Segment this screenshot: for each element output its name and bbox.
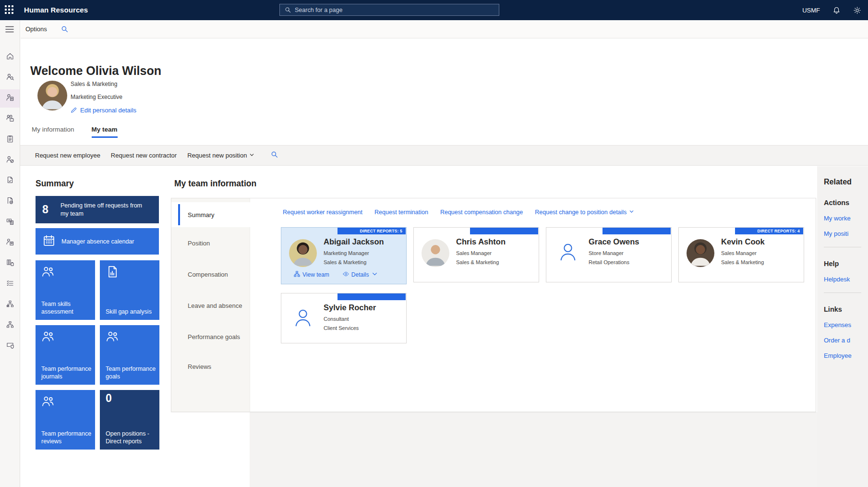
employee-card-abigail-jackson[interactable]: DIRECT REPORTS: 5Abigail JacksonMarketin… <box>281 227 407 284</box>
sidebar-item-team-briefcase[interactable] <box>0 110 20 128</box>
related-section-actions: Actions <box>824 199 868 207</box>
sidebar-item-compliance-shield[interactable] <box>0 337 20 355</box>
employee-card-sylvie-rocher[interactable]: Sylvie RocherConsultantClient Services <box>281 293 407 343</box>
page-search-placeholder: Search for a page <box>295 7 342 13</box>
pending-time-off-tile[interactable]: 8 Pending time off requests from my team <box>36 196 159 223</box>
calendar-icon <box>42 234 61 249</box>
user-avatar <box>37 81 67 110</box>
sidebar-item-training-courses[interactable] <box>0 255 20 273</box>
nav-rail <box>0 20 20 487</box>
sidebar-item-task-list[interactable] <box>0 275 20 293</box>
employee-card-grace-owens[interactable]: Grace OwensStore ManagerRetail Operation… <box>546 227 672 282</box>
page-background <box>250 412 868 487</box>
person-outline-icon <box>292 307 314 329</box>
team-tab-reviews[interactable]: Reviews <box>188 363 211 370</box>
action-request-compensation-change[interactable]: Request compensation change <box>440 209 523 216</box>
team-tab-leave-and-absence[interactable]: Leave and absence <box>188 302 242 309</box>
payroll-calculator-icon <box>6 217 14 228</box>
card-links-row: View teamDetails <box>294 271 378 279</box>
employee-name: Sylvie Rocher <box>324 303 376 312</box>
people-icon <box>41 330 55 345</box>
employee-card-chris-ashton[interactable]: Chris AshtonSales ManagerSales & Marketi… <box>413 227 539 282</box>
summary-heading: Summary <box>36 179 74 189</box>
sidebar-item-clipboard-tasks[interactable] <box>0 131 20 149</box>
settings-gear-icon[interactable] <box>853 6 861 14</box>
active-tab-indicator <box>178 204 180 225</box>
related-link-helpdesk[interactable]: Helpdesk <box>824 276 868 283</box>
nav-toggle-hamburger-icon[interactable] <box>5 26 14 35</box>
sidebar-item-document-review[interactable] <box>0 193 20 211</box>
sidebar-item-people-search[interactable] <box>0 69 20 87</box>
view-team-link[interactable]: View team <box>294 271 329 279</box>
employee-department: Sales & Marketing <box>456 259 499 265</box>
employee-title: Consultant <box>324 316 349 322</box>
details-link[interactable]: Details <box>343 271 378 279</box>
action-request-worker-reassignment[interactable]: Request worker reassignment <box>283 209 362 216</box>
team-tab-performance-goals[interactable]: Performance goals <box>188 333 240 341</box>
notifications-bell-icon[interactable] <box>832 6 841 14</box>
sidebar-item-person-badge[interactable] <box>0 234 20 252</box>
related-heading: Related <box>824 178 868 186</box>
manager-absence-calendar-tile[interactable]: Manager absence calendar <box>36 228 159 255</box>
clipboard-tasks-icon <box>6 134 14 145</box>
tab-my-team[interactable]: My team <box>92 126 118 138</box>
tile-skill-gap-analysis[interactable]: Skill gap analysis <box>100 260 159 320</box>
team-tab-position[interactable]: Position <box>188 240 210 247</box>
company-selector[interactable]: USMF <box>802 7 820 14</box>
team-tab-compensation[interactable]: Compensation <box>188 271 228 278</box>
related-link-my-positi[interactable]: My positi <box>824 230 868 237</box>
search-icon <box>285 7 291 13</box>
card-link-label: View team <box>302 271 329 278</box>
toolbar-request-new-contractor[interactable]: Request new contractor <box>111 152 177 159</box>
related-section-links: Links <box>824 305 868 313</box>
chevron-down-icon <box>249 152 254 159</box>
app-title[interactable]: Human Resources <box>24 6 88 14</box>
person-outline-icon <box>557 241 579 263</box>
toolbar-request-new-position[interactable]: Request new position <box>187 152 254 159</box>
people-icon <box>41 265 55 280</box>
tile-team-performance-goals[interactable]: Team performance goals <box>100 325 159 385</box>
app-launcher-icon[interactable] <box>5 5 13 14</box>
document-approve-icon <box>6 176 14 186</box>
employee-card-kevin-cook[interactable]: DIRECT REPORTS: 4Kevin CookSales Manager… <box>678 227 804 282</box>
options-menu[interactable]: Options <box>25 25 47 33</box>
toolbar-item-label: Request new employee <box>35 152 100 159</box>
people-icon <box>41 395 55 410</box>
tile-team-performance-reviews[interactable]: Team performance reviews <box>36 390 95 450</box>
org-chart-icon <box>6 320 14 331</box>
tab-my-information[interactable]: My information <box>32 126 74 138</box>
sidebar-item-payroll-calculator[interactable] <box>0 213 20 231</box>
divider <box>824 292 861 293</box>
action-request-change-to-position-details[interactable]: Request change to position details <box>535 209 634 216</box>
team-tab-summary[interactable]: Summary <box>188 211 215 219</box>
tile-open-positions-direct-reports[interactable]: 0Open positions - Direct reports <box>100 390 159 450</box>
tile-team-performance-journals[interactable]: Team performance journals <box>36 325 95 385</box>
sidebar-item-org-chart[interactable] <box>0 317 20 335</box>
sidebar-item-home[interactable] <box>0 48 20 66</box>
related-link-expenses[interactable]: Expenses <box>824 321 868 329</box>
person-document-icon <box>6 93 14 104</box>
edit-personal-details-link[interactable]: Edit personal details <box>71 107 136 114</box>
sidebar-item-person-document[interactable] <box>0 89 20 108</box>
command-search-icon[interactable] <box>61 25 68 35</box>
action-link-label: Request compensation change <box>440 209 523 216</box>
tile-team-skills-assessment[interactable]: Team skills assessment <box>36 260 95 320</box>
pending-time-off-count: 8 <box>42 203 60 216</box>
toolbar-search-icon[interactable] <box>271 151 278 160</box>
sidebar-item-document-approve[interactable] <box>0 172 20 190</box>
home-icon <box>6 52 14 62</box>
sidebar-item-person-absence[interactable] <box>0 151 20 170</box>
employee-department: Sales & Marketing <box>721 259 764 265</box>
action-link-label: Request termination <box>374 209 428 216</box>
related-link-my-worke[interactable]: My worke <box>824 215 868 222</box>
page-search-input[interactable]: Search for a page <box>279 4 499 16</box>
related-link-order-a-d[interactable]: Order a d <box>824 337 868 344</box>
action-request-termination[interactable]: Request termination <box>374 209 428 216</box>
action-toolbar-items: Request new employeeRequest new contract… <box>35 152 254 159</box>
people-icon <box>106 330 119 345</box>
sidebar-item-org-approvals[interactable] <box>0 296 20 314</box>
toolbar-request-new-employee[interactable]: Request new employee <box>35 152 100 159</box>
page-title: Welcome Olivia Wilson <box>30 64 161 78</box>
person-badge-icon <box>6 238 14 248</box>
related-link-employee[interactable]: Employee <box>824 352 868 359</box>
